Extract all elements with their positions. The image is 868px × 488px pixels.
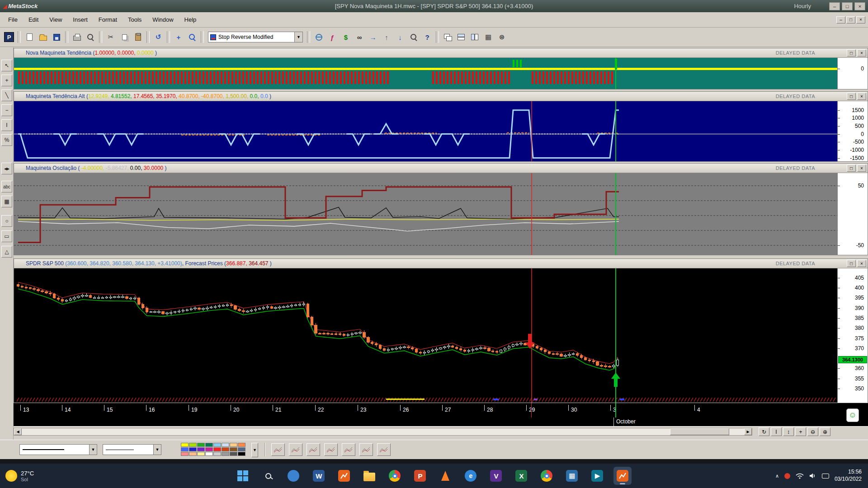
percent-tool[interactable]: %: [1, 134, 12, 146]
date-axis[interactable]: 131415161920212223262728293034: [14, 403, 868, 418]
taskbar-search-button[interactable]: [259, 467, 277, 485]
zoom-out-button[interactable]: ⊖: [807, 427, 818, 436]
zoom-button[interactable]: [186, 31, 198, 43]
grid-windows-button[interactable]: ▦: [482, 31, 495, 43]
palette-color[interactable]: [189, 452, 197, 456]
palette-color[interactable]: [181, 443, 189, 447]
downloader-button[interactable]: ↓: [394, 31, 406, 43]
palette-color[interactable]: [213, 443, 221, 447]
horizontal-scrollbar[interactable]: [14, 428, 752, 436]
color-palette[interactable]: [181, 443, 250, 457]
menu-help[interactable]: Help: [179, 14, 202, 25]
panel-close-button[interactable]: ×: [857, 49, 866, 56]
undo-button[interactable]: ↺: [152, 31, 165, 43]
taskbar-metastock-icon[interactable]: [335, 467, 353, 485]
panel-close-button[interactable]: ×: [857, 93, 866, 100]
cascade-windows-button[interactable]: [441, 31, 454, 43]
palette-color[interactable]: [197, 452, 205, 456]
palette-color[interactable]: [181, 452, 189, 456]
chart-preset-6-button[interactable]: [359, 443, 373, 456]
taskbar-explorer-icon[interactable]: [360, 467, 378, 485]
text-cursor-tool[interactable]: I: [1, 119, 12, 131]
rectangle-tool[interactable]: ▭: [1, 230, 12, 242]
oscilacao-chart[interactable]: [14, 173, 837, 255]
menu-edit[interactable]: Edit: [23, 14, 44, 25]
taskbar-metastock-active-icon[interactable]: [613, 467, 632, 485]
taskbar-edge-icon[interactable]: e: [462, 467, 480, 485]
palette-color[interactable]: [205, 452, 213, 456]
taskbar-chrome-icon[interactable]: [386, 467, 404, 485]
palette-color[interactable]: [197, 443, 205, 447]
palette-color[interactable]: [189, 447, 197, 451]
triangle-tool[interactable]: △: [1, 246, 12, 258]
palette-color[interactable]: [230, 443, 237, 447]
go-arrow-button[interactable]: →: [367, 31, 379, 43]
chart-preset-4-button[interactable]: [324, 443, 338, 456]
copy-button[interactable]: [118, 31, 131, 43]
palette-color[interactable]: [238, 452, 245, 456]
dollar-button[interactable]: $: [340, 31, 352, 43]
palette-color[interactable]: [181, 447, 189, 451]
palette-color[interactable]: [238, 447, 245, 451]
tile-horizontal-button[interactable]: [455, 31, 467, 43]
palette-color[interactable]: [197, 447, 205, 451]
scroll-arrows-tool[interactable]: ◂▸: [1, 163, 12, 174]
menu-insert[interactable]: Insert: [67, 14, 93, 25]
price-chart[interactable]: [14, 268, 837, 403]
scroll-right-button[interactable]: ▶: [744, 428, 752, 435]
taskbar-clock[interactable]: 15:56 03/10/2022: [835, 469, 862, 483]
palette-color[interactable]: [205, 447, 213, 451]
panel-close-button[interactable]: ×: [857, 164, 866, 172]
scroll-left-button[interactable]: ◀: [14, 428, 22, 435]
taskbar-calculator-icon[interactable]: ▦: [563, 467, 581, 485]
power-console-button[interactable]: P: [3, 31, 15, 43]
horizontal-line-tool[interactable]: −: [1, 104, 12, 116]
vertical-scale-button[interactable]: ↕: [783, 427, 794, 436]
upload-button[interactable]: ↑: [380, 31, 393, 43]
taskbar-word-icon[interactable]: W: [310, 467, 328, 485]
indicator-style-combo[interactable]: Stop Reverse Modified ▼: [208, 32, 303, 42]
ellipse-tool[interactable]: ○: [1, 215, 12, 227]
volume-icon[interactable]: [809, 473, 816, 479]
menu-format[interactable]: Format: [93, 14, 123, 25]
close-button[interactable]: ×: [854, 2, 865, 10]
bar-spacing-button[interactable]: I: [771, 427, 782, 436]
taskbar-media-icon[interactable]: ▶: [588, 467, 606, 485]
save-button[interactable]: [50, 31, 63, 43]
mdi-close-button[interactable]: ×: [856, 16, 865, 23]
menu-window[interactable]: Window: [147, 14, 179, 25]
refresh-button[interactable]: ↻: [759, 427, 769, 436]
grid-tool[interactable]: ▦: [1, 196, 12, 207]
chart-preset-2-button[interactable]: [289, 443, 302, 456]
cut-button[interactable]: ✂: [104, 31, 117, 43]
chevron-down-icon[interactable]: ▼: [294, 32, 302, 42]
globe-button[interactable]: [312, 31, 325, 43]
panel-close-button[interactable]: ×: [857, 260, 866, 267]
touch-keyboard-icon[interactable]: [822, 474, 829, 479]
zoom-in-button[interactable]: ⊕: [820, 427, 830, 436]
palette-dropdown-button[interactable]: ▼: [251, 443, 258, 457]
open-button[interactable]: [37, 31, 49, 43]
taskbar-excel-icon[interactable]: X: [512, 467, 530, 485]
pointer-mode-button[interactable]: +: [172, 31, 185, 43]
print-button[interactable]: [71, 31, 83, 43]
explore-button[interactable]: [407, 31, 420, 43]
function-button[interactable]: ƒ: [326, 31, 339, 43]
menu-tools[interactable]: Tools: [123, 14, 147, 25]
palette-color[interactable]: [222, 447, 229, 451]
taskbar-powerpoint-icon[interactable]: P: [411, 467, 429, 485]
panel-restore-button[interactable]: □: [847, 260, 856, 267]
mdi-minimize-button[interactable]: –: [836, 16, 845, 23]
help-button[interactable]: ?: [421, 31, 434, 43]
panel-restore-button[interactable]: □: [847, 164, 856, 172]
pointer-tool[interactable]: ↖: [1, 60, 12, 71]
restore-button[interactable]: □: [842, 2, 853, 10]
tendencia-alt-chart[interactable]: [14, 101, 837, 161]
palette-color[interactable]: [230, 452, 237, 456]
minimize-button[interactable]: –: [829, 2, 840, 10]
new-chart-button[interactable]: [23, 31, 36, 43]
taskbar-vlc-icon[interactable]: [436, 467, 454, 485]
menu-file[interactable]: File: [3, 14, 23, 25]
chevron-down-icon[interactable]: ▼: [89, 445, 97, 455]
palette-color[interactable]: [230, 447, 237, 451]
